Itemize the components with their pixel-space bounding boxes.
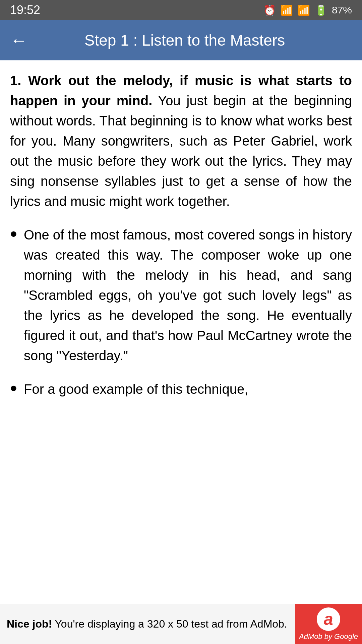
bullet-text-1: One of the most famous, most covered son…	[24, 225, 352, 366]
intro-rest-text: You just begin at the beginning without …	[10, 93, 352, 209]
back-button[interactable]: ←	[10, 32, 27, 49]
bullet-list: • One of the most famous, most covered s…	[10, 225, 352, 400]
wifi-icon: 📶	[281, 4, 293, 16]
status-bar: 19:52 ⏰ 📶 📶 🔋 87%	[0, 0, 362, 20]
battery-percentage: 87%	[332, 4, 352, 16]
header: ← Step 1 : Listen to the Masters	[0, 20, 362, 60]
battery-icon: 🔋	[315, 4, 327, 16]
bullet-dot-1: •	[10, 222, 17, 246]
ad-text-area: Nice job! You're displaying a 320 x 50 t…	[0, 614, 295, 634]
alarm-icon: ⏰	[263, 4, 276, 16]
admob-logo-icon: a	[317, 607, 340, 631]
ad-nice-job-bold: Nice job!	[7, 618, 52, 630]
ad-banner[interactable]: Nice job! You're displaying a 320 x 50 t…	[0, 604, 362, 644]
bullet-text-2: For a good example of this technique,	[24, 379, 352, 399]
intro-paragraph: 1. Work out the melody, if music is what…	[10, 70, 352, 211]
ad-nice-job: Nice job! You're displaying a 320 x 50 t…	[7, 618, 288, 630]
status-time: 19:52	[10, 3, 40, 17]
page-title: Step 1 : Listen to the Masters	[38, 31, 352, 49]
bottom-spacer	[10, 414, 352, 458]
main-content: 1. Work out the melody, if music is what…	[0, 60, 362, 464]
ad-description: You're displaying a 320 x 50 test ad fro…	[55, 618, 287, 630]
bullet-dot-2: •	[10, 376, 17, 400]
list-item: • One of the most famous, most covered s…	[10, 225, 352, 366]
ad-logo-area[interactable]: a AdMob by Google	[295, 604, 362, 644]
list-item: • For a good example of this technique,	[10, 379, 352, 400]
signal-icon: 📶	[298, 4, 310, 16]
status-icons: ⏰ 📶 📶 🔋 87%	[263, 4, 352, 16]
admob-label: AdMob by Google	[299, 632, 358, 641]
